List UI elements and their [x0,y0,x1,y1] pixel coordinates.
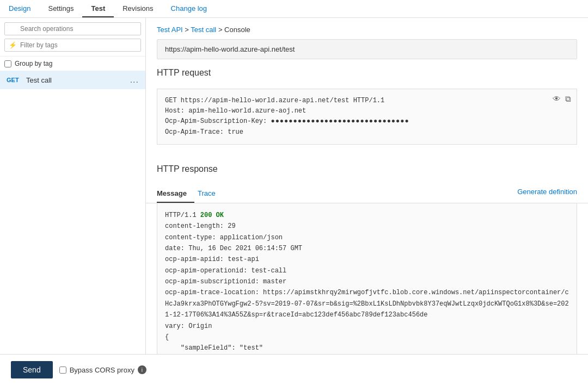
subscription-key-value: ●●●●●●●●●●●●●●●●●●●●●●●●●●●●●●● [271,117,409,125]
http-response-section: HTTP response [146,156,588,185]
request-line1: GET https://apim-hello-world.azure-api.n… [165,96,569,106]
response-body-field: "sampleField": "test" [165,343,569,353]
request-line2: Host: apim-hello-world.azure-aoj.net [165,106,569,116]
content-area: Test API > Test call > Console https://a… [146,18,588,354]
response-tabs: Message Trace Generate definition [146,185,588,203]
search-wrap: 🔍 [4,22,141,35]
group-by-label[interactable]: Group by tag [15,60,52,67]
http-request-box: GET https://apim-hello-world.azure-api.n… [157,89,577,145]
request-line4: Ocp-Apim-Trace: true [165,127,569,138]
response-body: HTTP/1.1 200 OK content-length: 29 conte… [157,203,577,354]
http-request-title: HTTP request [157,68,577,83]
breadcrumb-sep2: > [218,26,224,34]
eye-icon[interactable]: 👁 [553,94,561,107]
status-code: 200 OK [200,212,224,219]
tab-message[interactable]: Message [157,185,194,203]
url-bar: https://apim-hello-world.azure-api.net/t… [157,39,577,59]
breadcrumb: Test API > Test call > Console [146,18,588,39]
response-apiid: ocp-apim-apiid: test-api [165,254,569,265]
filter-icon: ⚡ [9,41,17,49]
nav-test[interactable]: Test [82,0,114,17]
bypass-cors-checkbox[interactable] [59,367,66,374]
response-status-line: HTTP/1.1 200 OK [165,210,569,221]
breadcrumb-console: Console [224,26,250,34]
group-by-checkbox[interactable] [4,60,11,67]
nav-settings[interactable]: Settings [39,0,82,17]
response-vary: vary: Origin [165,321,569,332]
breadcrumb-test-api[interactable]: Test API [157,26,183,34]
nav-changelog[interactable]: Change log [162,0,216,17]
api-method-badge: GET [7,77,26,83]
sidebar: 🔍 ⚡ Group by tag GET Test call ... [0,18,146,354]
http-response-title: HTTP response [157,164,577,179]
send-button[interactable]: Send [11,361,53,378]
tab-trace[interactable]: Trace [198,185,223,203]
response-trace-location: ocp-apim-trace-location: https://apimstk… [165,287,569,320]
response-content-type: content-type: application/json [165,232,569,243]
response-date: date: Thu, 16 Dec 2021 06:14:57 GMT [165,243,569,254]
filter-input[interactable] [4,39,141,52]
search-input[interactable] [4,22,141,35]
nav-design[interactable]: Design [0,0,39,17]
nav-revisions[interactable]: Revisions [114,0,162,17]
api-item-more-button[interactable]: ... [130,75,139,85]
subscription-key-label: Ocp-Apim-Subscription-Key: [165,117,267,125]
response-body-open: { [165,332,569,343]
generate-definition-link[interactable]: Generate definition [517,188,577,200]
api-item-label: Test call [26,76,130,84]
copy-icon[interactable]: ⧉ [565,94,571,107]
bypass-cors-label[interactable]: Bypass CORS proxy [70,366,134,374]
request-line3: Ocp-Apim-Subscription-Key: ●●●●●●●●●●●●●… [165,116,569,127]
http-request-section: HTTP request [146,68,588,89]
response-content-length: content-length: 29 [165,221,569,232]
api-list-item[interactable]: GET Test call ... [0,71,145,89]
top-nav: Design Settings Test Revisions Change lo… [0,0,588,18]
breadcrumb-sep1: > [185,26,191,34]
bottom-bar: Send Bypass CORS proxy i [0,354,588,385]
http-version: HTTP/1.1 [165,212,200,219]
sidebar-search-area: 🔍 ⚡ [0,18,145,57]
filter-wrap: ⚡ [4,39,141,52]
bypass-cors-row: Bypass CORS proxy i [59,365,146,374]
response-operationid: ocp-apim-operationid: test-call [165,265,569,276]
bypass-info-icon[interactable]: i [138,365,146,374]
group-by-row: Group by tag [0,57,145,71]
breadcrumb-test-call[interactable]: Test call [191,26,216,34]
main-layout: 🔍 ⚡ Group by tag GET Test call ... Test … [0,18,588,354]
request-icons: 👁 ⧉ [553,94,571,107]
response-subscriptionid: ocp-apim-subscriptionid: master [165,276,569,287]
